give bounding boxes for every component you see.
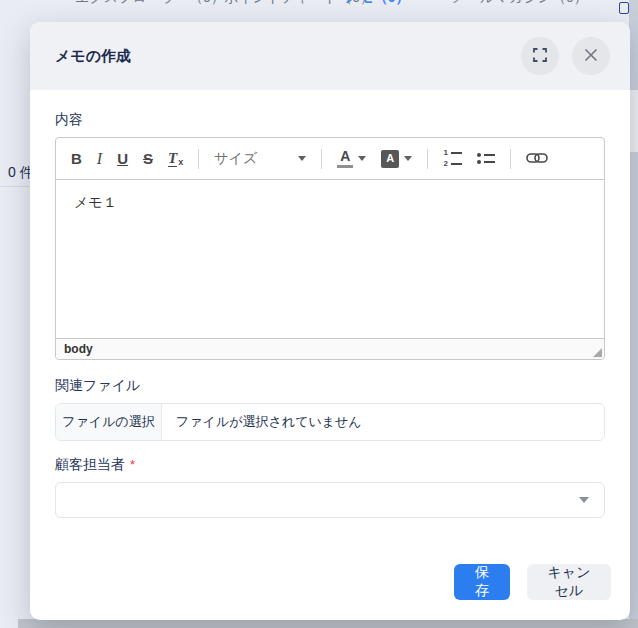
toolbar-separator <box>321 149 322 169</box>
font-color-button[interactable]: A <box>337 149 366 168</box>
editor-toolbar: B I U S T x サイズ A <box>56 138 604 180</box>
rich-text-editor: B I U S T x サイズ A <box>55 137 605 360</box>
link-icon <box>526 151 548 166</box>
toolbar-separator <box>510 149 511 169</box>
file-input[interactable]: ファイルの選択 ファイルが選択されていません <box>55 403 605 441</box>
dialog-footer: 保存 キャンセル <box>454 564 611 600</box>
dialog-header: メモの作成 <box>30 22 630 90</box>
related-files-section: 関連ファイル ファイルの選択 ファイルが選択されていません <box>55 377 605 441</box>
strikethrough-button[interactable]: S <box>143 151 153 166</box>
dialog-body: 内容 B I U S T x サイズ A <box>30 90 630 518</box>
fullscreen-icon <box>533 48 547 65</box>
page-scrollbar[interactable] <box>629 0 638 620</box>
toolbar-separator <box>427 149 428 169</box>
element-path-body[interactable]: body <box>64 342 93 356</box>
customer-rep-section: 顧客担当者* <box>55 456 605 518</box>
font-color-icon: A <box>337 149 353 168</box>
font-size-dropdown[interactable]: サイズ <box>214 150 306 168</box>
page-scrollbar-thumb[interactable] <box>629 90 638 152</box>
chevron-down-icon <box>404 156 412 161</box>
bullet-list-icon <box>477 153 495 164</box>
dialog-header-actions <box>521 37 610 75</box>
editor-content-area[interactable]: メモ１ <box>56 180 604 338</box>
expand-dialog-button[interactable] <box>521 37 559 75</box>
remove-format-x: x <box>178 158 183 167</box>
background-bottom-strip <box>18 619 638 628</box>
background-tab-memo[interactable]: メモ（0） <box>345 0 409 7</box>
customer-rep-label: 顧客担当者* <box>55 456 605 474</box>
cancel-button[interactable]: キャンセル <box>527 564 611 600</box>
resize-grip[interactable] <box>593 348 602 357</box>
chevron-down-icon <box>579 497 589 503</box>
chevron-down-icon <box>358 156 366 161</box>
editor-path-bar: body <box>56 338 604 359</box>
italic-button[interactable]: I <box>97 151 102 167</box>
remove-format-button[interactable]: T x <box>168 151 183 167</box>
background-tab-explorer[interactable]: エクスプローラー（0） <box>75 0 225 7</box>
bullet-list-button[interactable] <box>477 153 495 164</box>
underline-button[interactable]: U <box>117 151 128 166</box>
background-divider <box>0 186 30 187</box>
background-tab-bar: エクスプローラー（0） ポイントチャート（0） メモ（0） メールマガジン（0） <box>0 0 638 13</box>
chevron-down-icon <box>298 156 306 161</box>
content-field-label: 内容 <box>55 111 605 129</box>
editor-text: メモ１ <box>74 194 117 210</box>
numbered-list-button[interactable]: 1 2 <box>443 149 462 168</box>
related-files-label: 関連ファイル <box>55 377 605 395</box>
background-color-icon: A <box>381 150 399 168</box>
background-tab-mailmagazine[interactable]: メールマガジン（0） <box>452 0 588 7</box>
background-color-button[interactable]: A <box>381 150 412 168</box>
numbered-list-icon: 1 2 <box>443 149 462 168</box>
customer-rep-select[interactable] <box>55 482 605 518</box>
toolbar-separator <box>198 149 199 169</box>
save-button[interactable]: 保存 <box>454 564 510 600</box>
bold-button[interactable]: B <box>71 151 82 166</box>
create-memo-dialog: メモの作成 内容 B I <box>30 22 630 620</box>
font-size-label: サイズ <box>214 150 257 168</box>
customer-rep-label-text: 顧客担当者 <box>55 456 125 472</box>
file-selected-status: ファイルが選択されていません <box>162 404 362 440</box>
link-button[interactable] <box>526 151 548 166</box>
close-dialog-button[interactable] <box>572 37 610 75</box>
choose-file-button[interactable]: ファイルの選択 <box>56 404 162 440</box>
required-mark: * <box>130 457 135 472</box>
dialog-title: メモの作成 <box>55 47 131 66</box>
window-icon[interactable] <box>619 2 629 14</box>
remove-format-t: T <box>168 151 177 167</box>
close-icon <box>583 47 599 66</box>
